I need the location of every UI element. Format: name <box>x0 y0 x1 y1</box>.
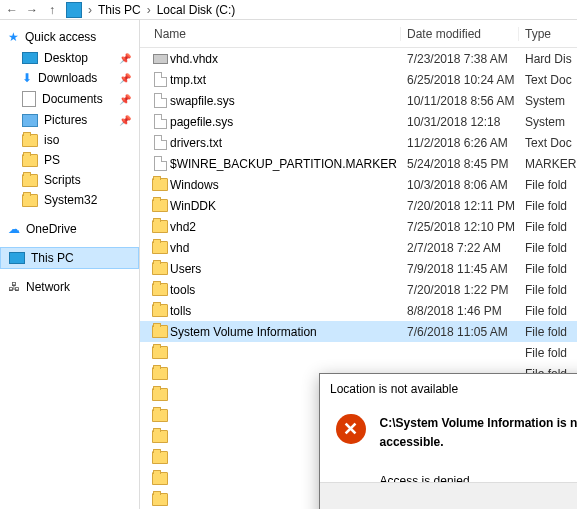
sidebar-item-label: Pictures <box>44 113 87 127</box>
file-row[interactable]: pagefile.sys10/31/2018 12:18System <box>140 111 577 132</box>
file-date: 6/25/2018 10:24 AM <box>401 73 519 87</box>
file-type: System <box>519 115 577 129</box>
error-dialog: Location is not available ✕ C:\System Vo… <box>319 373 577 509</box>
sidebar-item[interactable]: Desktop📌 <box>0 48 139 68</box>
file-type: File fold <box>519 283 577 297</box>
file-row[interactable]: drivers.txt11/2/2018 6:26 AMText Doc <box>140 132 577 153</box>
sidebar-item[interactable]: Documents📌 <box>0 88 139 110</box>
sidebar-item[interactable]: ⬇Downloads📌 <box>0 68 139 88</box>
file-date: 10/11/2018 8:56 AM <box>401 94 519 108</box>
sidebar-item-label: Desktop <box>44 51 88 65</box>
pin-icon: 📌 <box>119 73 131 84</box>
breadcrumb-sep-icon[interactable]: › <box>86 3 94 17</box>
file-type: Text Doc <box>519 136 577 150</box>
sidebar-network[interactable]: 🖧 Network <box>0 276 139 298</box>
folder-icon <box>152 472 168 485</box>
sidebar-item-label: System32 <box>44 193 97 207</box>
document-icon <box>22 91 36 107</box>
file-type: Hard Dis <box>519 52 577 66</box>
sidebar-item-label: Downloads <box>38 71 97 85</box>
address-bar: ← → ↑ › This PC › Local Disk (C:) <box>0 0 577 20</box>
sidebar-item[interactable]: System32 <box>0 190 139 210</box>
dialog-title: Location is not available <box>330 382 458 396</box>
cloud-icon: ☁ <box>8 222 20 236</box>
file-date: 7/20/2018 1:22 PM <box>401 283 519 297</box>
file-icon <box>154 114 167 129</box>
sidebar-item-label: Scripts <box>44 173 81 187</box>
column-type[interactable]: Type <box>519 27 577 41</box>
sidebar-onedrive[interactable]: ☁ OneDrive <box>0 218 139 240</box>
file-date: 7/25/2018 12:10 PM <box>401 220 519 234</box>
file-row[interactable]: File fold <box>140 342 577 363</box>
sidebar-this-pc[interactable]: This PC <box>0 247 139 269</box>
file-row[interactable]: swapfile.sys10/11/2018 8:56 AMSystem <box>140 90 577 111</box>
folder-icon <box>152 304 168 317</box>
file-date: 7/20/2018 12:11 PM <box>401 199 519 213</box>
file-name: tools <box>170 283 401 297</box>
file-row[interactable]: Users7/9/2018 11:45 AMFile fold <box>140 258 577 279</box>
file-type: System <box>519 94 577 108</box>
file-type: Text Doc <box>519 73 577 87</box>
file-row[interactable]: vhd2/7/2018 7:22 AMFile fold <box>140 237 577 258</box>
nav-forward-icon[interactable]: → <box>24 2 40 18</box>
sidebar-item-label: Documents <box>42 92 103 106</box>
column-name[interactable]: Name <box>140 27 401 41</box>
desktop-icon <box>22 52 38 64</box>
column-date[interactable]: Date modified <box>401 27 519 41</box>
folder-icon <box>152 430 168 443</box>
sidebar-item[interactable]: Scripts <box>0 170 139 190</box>
file-name: WinDDK <box>170 199 401 213</box>
file-row[interactable]: vhd.vhdx7/23/2018 7:38 AMHard Dis <box>140 48 577 69</box>
error-icon: ✕ <box>336 414 366 444</box>
file-row[interactable]: WinDDK7/20/2018 12:11 PMFile fold <box>140 195 577 216</box>
file-row[interactable]: $WINRE_BACKUP_PARTITION.MARKER5/24/2018 … <box>140 153 577 174</box>
nav-up-icon[interactable]: ↑ <box>44 2 60 18</box>
folder-icon <box>152 493 168 506</box>
file-row[interactable]: vhd27/25/2018 12:10 PMFile fold <box>140 216 577 237</box>
file-name: pagefile.sys <box>170 115 401 129</box>
download-icon: ⬇ <box>22 71 32 85</box>
picture-icon <box>22 114 38 127</box>
breadcrumb-this-pc[interactable]: This PC <box>98 3 141 17</box>
sidebar-item[interactable]: iso <box>0 130 139 150</box>
folder-icon <box>152 262 168 275</box>
breadcrumb-local-disk[interactable]: Local Disk (C:) <box>157 3 236 17</box>
file-date: 11/2/2018 6:26 AM <box>401 136 519 150</box>
file-name: $WINRE_BACKUP_PARTITION.MARKER <box>170 157 401 171</box>
file-date: 2/7/2018 7:22 AM <box>401 241 519 255</box>
file-name: swapfile.sys <box>170 94 401 108</box>
file-name: System Volume Information <box>170 325 401 339</box>
column-headers: Name Date modified Type <box>140 20 577 48</box>
file-type: File fold <box>519 262 577 276</box>
file-name: Windows <box>170 178 401 192</box>
file-name: Users <box>170 262 401 276</box>
folder-icon <box>152 283 168 296</box>
this-pc-icon <box>66 2 82 18</box>
sidebar-item[interactable]: PS <box>0 150 139 170</box>
folder-icon <box>152 409 168 422</box>
sidebar-quick-access[interactable]: ★ Quick access <box>0 26 139 48</box>
file-row[interactable]: Windows10/3/2018 8:06 AMFile fold <box>140 174 577 195</box>
sidebar-label: This PC <box>31 251 74 265</box>
file-name: tolls <box>170 304 401 318</box>
file-name: tmp.txt <box>170 73 401 87</box>
folder-icon <box>152 220 168 233</box>
file-date: 7/6/2018 11:05 AM <box>401 325 519 339</box>
file-row[interactable]: System Volume Information7/6/2018 11:05 … <box>140 321 577 342</box>
file-icon <box>154 135 167 150</box>
file-type: File fold <box>519 346 577 360</box>
breadcrumb[interactable]: › This PC › Local Disk (C:) <box>66 2 235 18</box>
file-type: File fold <box>519 199 577 213</box>
file-row[interactable]: tools7/20/2018 1:22 PMFile fold <box>140 279 577 300</box>
breadcrumb-sep-icon[interactable]: › <box>145 3 153 17</box>
pin-icon: 📌 <box>119 115 131 126</box>
sidebar-item[interactable]: Pictures📌 <box>0 110 139 130</box>
disk-icon <box>153 54 168 64</box>
folder-icon <box>152 346 168 359</box>
nav-back-icon[interactable]: ← <box>4 2 20 18</box>
folder-icon <box>22 174 38 187</box>
file-row[interactable]: tolls8/8/2018 1:46 PMFile fold <box>140 300 577 321</box>
file-row[interactable]: tmp.txt6/25/2018 10:24 AMText Doc <box>140 69 577 90</box>
file-date: 10/3/2018 8:06 AM <box>401 178 519 192</box>
file-date: 7/23/2018 7:38 AM <box>401 52 519 66</box>
